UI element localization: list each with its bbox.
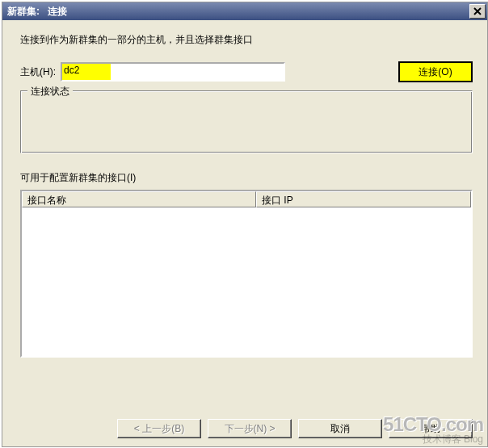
host-input[interactable]: dc2 <box>61 62 285 82</box>
back-button: < 上一步(B) <box>117 419 201 438</box>
close-icon <box>473 7 482 15</box>
next-button-label: 下一步(N) > <box>225 422 276 436</box>
column-header-ip[interactable]: 接口 IP <box>256 191 471 207</box>
close-button[interactable] <box>469 4 486 19</box>
connect-button[interactable]: 连接(O) <box>398 61 473 82</box>
titlebar: 新群集: 连接 <box>2 2 487 20</box>
next-button: 下一步(N) > <box>208 419 292 438</box>
connect-button-label: 连接(O) <box>419 65 452 79</box>
window-title: 新群集: 连接 <box>7 5 468 19</box>
host-input-value: dc2 <box>64 65 79 76</box>
instruction-text: 连接到作为新群集的一部分的主机，并且选择群集接口 <box>20 33 473 47</box>
host-label: 主机(H): <box>20 65 56 79</box>
available-interfaces-label: 可用于配置新群集的接口(I) <box>20 171 473 185</box>
wizard-button-row: < 上一步(B) 下一步(N) > 取消 帮助 <box>2 419 487 438</box>
dialog-window: 新群集: 连接 连接到作为新群集的一部分的主机，并且选择群集接口 主机(H): … <box>2 2 488 447</box>
interfaces-listbox[interactable]: 接口名称 接口 IP <box>20 190 473 358</box>
status-groupbox: 连接状态 <box>20 90 473 153</box>
status-groupbox-legend: 连接状态 <box>27 85 73 98</box>
back-button-label: < 上一步(B) <box>134 422 184 436</box>
help-button-label: 帮助 <box>421 422 440 436</box>
cancel-button[interactable]: 取消 <box>298 419 382 438</box>
column-header-name[interactable]: 接口名称 <box>22 191 256 207</box>
help-button[interactable]: 帮助 <box>389 419 473 438</box>
host-row: 主机(H): dc2 连接(O) <box>20 61 473 82</box>
client-area: 连接到作为新群集的一部分的主机，并且选择群集接口 主机(H): dc2 连接(O… <box>2 20 487 446</box>
list-header: 接口名称 接口 IP <box>22 191 471 207</box>
cancel-button-label: 取消 <box>330 422 350 436</box>
list-body <box>22 207 471 356</box>
